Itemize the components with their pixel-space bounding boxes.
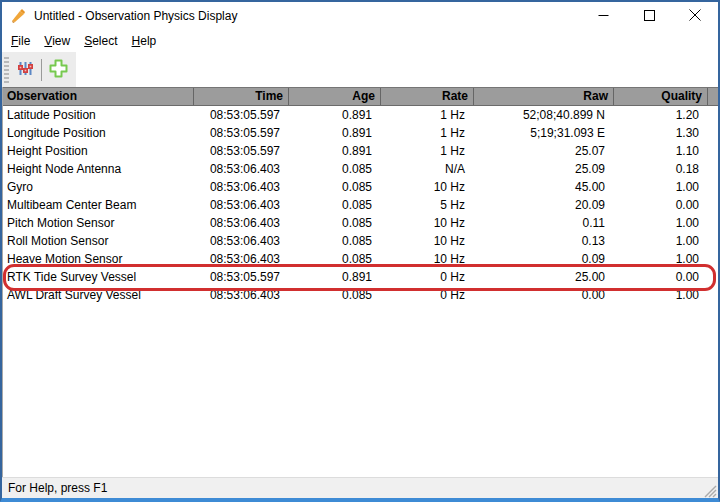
cell-observation: RTK Tide Survey Vessel xyxy=(3,268,194,286)
table-body: Latitude Position 08:53:05.597 0.891 1 H… xyxy=(3,106,718,304)
cell-raw: 0.00 xyxy=(474,286,614,304)
cell-age: 0.085 xyxy=(289,232,381,250)
menu-file[interactable]: File xyxy=(4,32,37,50)
cell-quality: 1.00 xyxy=(614,214,708,232)
cell-rate: 0 Hz xyxy=(381,268,474,286)
cell-rate: 10 Hz xyxy=(381,178,474,196)
menu-select[interactable]: Select xyxy=(77,32,124,50)
table-row[interactable]: Multibeam Center Beam 08:53:06.403 0.085… xyxy=(3,196,718,214)
cell-age: 0.085 xyxy=(289,196,381,214)
cell-rate: N/A xyxy=(381,160,474,178)
cell-time: 08:53:06.403 xyxy=(194,178,289,196)
cell-raw: 20.09 xyxy=(474,196,614,214)
menu-bar: File View Select Help xyxy=(2,30,718,52)
toolbar xyxy=(2,52,718,87)
cell-observation: Latitude Position xyxy=(3,106,194,124)
cell-observation: Gyro xyxy=(3,178,194,196)
cell-rate: 10 Hz xyxy=(381,214,474,232)
cell-observation: Roll Motion Sensor xyxy=(3,232,194,250)
cell-quality: 1.00 xyxy=(614,286,708,304)
menu-help[interactable]: Help xyxy=(125,32,164,50)
cell-quality: 1.20 xyxy=(614,106,708,124)
column-header-filler xyxy=(708,88,718,105)
minimize-icon xyxy=(598,9,609,24)
window-title: Untitled - Observation Physics Display xyxy=(34,9,580,23)
cell-observation: Multibeam Center Beam xyxy=(3,196,194,214)
cell-raw: 5;19;31.093 E xyxy=(474,124,614,142)
app-window: Untitled - Observation Physics Display F… xyxy=(0,0,720,502)
status-message: For Help, press F1 xyxy=(8,481,701,495)
cell-raw: 25.09 xyxy=(474,160,614,178)
cell-raw: 25.00 xyxy=(474,268,614,286)
cell-quality: 1.00 xyxy=(614,178,708,196)
resize-grip-icon[interactable] xyxy=(701,482,717,498)
cell-observation: Heave Motion Sensor xyxy=(3,250,194,268)
cell-observation: AWL Draft Survey Vessel xyxy=(3,286,194,304)
cell-quality: 1.00 xyxy=(614,250,708,268)
table-row[interactable]: Longitude Position 08:53:05.597 0.891 1 … xyxy=(3,124,718,142)
table-header: Observation Time Age Rate Raw Quality xyxy=(3,87,718,106)
title-bar[interactable]: Untitled - Observation Physics Display xyxy=(2,2,718,30)
column-header-observation[interactable]: Observation xyxy=(3,88,194,105)
cell-age: 0.085 xyxy=(289,286,381,304)
window-controls xyxy=(580,2,718,30)
cell-raw: 52;08;40.899 N xyxy=(474,106,614,124)
table-row[interactable]: AWL Draft Survey Vessel 08:53:06.403 0.0… xyxy=(3,286,718,304)
cell-time: 08:53:06.403 xyxy=(194,214,289,232)
cell-time: 08:53:05.597 xyxy=(194,268,289,286)
column-header-raw[interactable]: Raw xyxy=(474,88,614,105)
cell-age: 0.085 xyxy=(289,250,381,268)
cell-age: 0.891 xyxy=(289,106,381,124)
cell-raw: 0.09 xyxy=(474,250,614,268)
cell-age: 0.085 xyxy=(289,160,381,178)
add-observation-button[interactable] xyxy=(45,57,71,83)
table-row[interactable]: Height Node Antenna 08:53:06.403 0.085 N… xyxy=(3,160,718,178)
sliders-icon xyxy=(17,60,34,80)
cell-time: 08:53:06.403 xyxy=(194,160,289,178)
table-row[interactable]: Heave Motion Sensor 08:53:06.403 0.085 1… xyxy=(3,250,718,268)
cell-age: 0.085 xyxy=(289,214,381,232)
cell-time: 08:53:05.597 xyxy=(194,142,289,160)
cell-rate: 10 Hz xyxy=(381,232,474,250)
cell-age: 0.891 xyxy=(289,124,381,142)
cell-time: 08:53:06.403 xyxy=(194,232,289,250)
table-empty-area xyxy=(3,304,718,477)
table-row[interactable]: Roll Motion Sensor 08:53:06.403 0.085 10… xyxy=(3,232,718,250)
app-icon xyxy=(10,8,26,24)
toolbar-separator xyxy=(41,59,42,81)
column-header-age[interactable]: Age xyxy=(289,88,381,105)
table-row[interactable]: Gyro 08:53:06.403 0.085 10 Hz 45.00 1.00 xyxy=(3,178,718,196)
cell-raw: 45.00 xyxy=(474,178,614,196)
column-header-time[interactable]: Time xyxy=(194,88,289,105)
cell-time: 08:53:05.597 xyxy=(194,106,289,124)
column-header-quality[interactable]: Quality xyxy=(614,88,708,105)
cell-rate: 1 Hz xyxy=(381,106,474,124)
observation-table: Observation Time Age Rate Raw Quality La… xyxy=(2,87,718,477)
green-plus-icon xyxy=(49,59,68,81)
cell-time: 08:53:05.597 xyxy=(194,124,289,142)
table-row[interactable]: Pitch Motion Sensor 08:53:06.403 0.085 1… xyxy=(3,214,718,232)
toolbar-group xyxy=(2,52,76,87)
minimize-button[interactable] xyxy=(580,2,626,30)
maximize-button[interactable] xyxy=(626,2,672,30)
close-icon xyxy=(689,9,701,24)
cell-time: 08:53:06.403 xyxy=(194,286,289,304)
cell-age: 0.085 xyxy=(289,178,381,196)
table-row[interactable]: Latitude Position 08:53:05.597 0.891 1 H… xyxy=(3,106,718,124)
status-bar: For Help, press F1 xyxy=(2,477,718,498)
cell-quality: 0.00 xyxy=(614,196,708,214)
cell-raw: 0.13 xyxy=(474,232,614,250)
table-row-highlighted[interactable]: RTK Tide Survey Vessel 08:53:05.597 0.89… xyxy=(3,268,718,286)
toolbar-gripper[interactable] xyxy=(4,57,9,83)
cell-observation: Height Position xyxy=(3,142,194,160)
menu-view[interactable]: View xyxy=(37,32,77,50)
cell-rate: 10 Hz xyxy=(381,250,474,268)
cell-raw: 25.07 xyxy=(474,142,614,160)
observation-settings-button[interactable] xyxy=(12,57,38,83)
cell-raw: 0.11 xyxy=(474,214,614,232)
table-row[interactable]: Height Position 08:53:05.597 0.891 1 Hz … xyxy=(3,142,718,160)
column-header-rate[interactable]: Rate xyxy=(381,88,474,105)
cell-rate: 5 Hz xyxy=(381,196,474,214)
close-button[interactable] xyxy=(672,2,718,30)
cell-observation: Longitude Position xyxy=(3,124,194,142)
